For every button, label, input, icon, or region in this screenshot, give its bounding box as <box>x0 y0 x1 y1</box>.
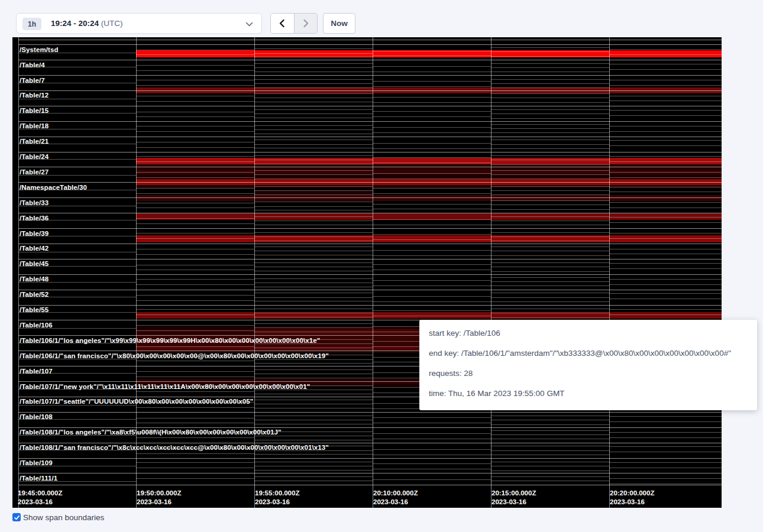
span-subdivision-line <box>373 157 491 158</box>
span-subdivision-line <box>373 455 491 455</box>
span-subdivision-line <box>609 222 722 223</box>
span-subdivision-line <box>373 97 491 98</box>
row-label: /Table/7 <box>20 77 45 84</box>
span-subdivision-line <box>136 50 254 50</box>
span-subdivision-line <box>136 161 254 162</box>
next-interval-button[interactable] <box>294 14 317 33</box>
span-subdivision-line <box>373 225 491 225</box>
span-subdivision-line <box>491 246 609 247</box>
span-subdivision-line <box>136 462 254 463</box>
tooltip-requests: requests: 28 <box>429 363 748 383</box>
tooltip-end-key: end key: /Table/106/1/"amsterdam"/"\xb33… <box>429 343 748 363</box>
span-subdivision-line <box>136 295 254 296</box>
range-text: 19:24 - 20:24 (UTC) <box>51 14 123 33</box>
span-subdivision-line <box>491 471 609 471</box>
span-subdivision-line <box>254 440 373 440</box>
span-subdivision-line <box>491 439 609 439</box>
row-label: /Table/55 <box>20 306 49 313</box>
span-subdivision-line <box>491 190 609 191</box>
span-subdivision-line <box>609 238 722 239</box>
row-label: /Table/45 <box>20 260 49 267</box>
key-visualizer-heatmap[interactable]: /System/tsd/Table/4/Table/7/Table/12/Tab… <box>12 37 722 508</box>
span-subdivision-line <box>491 317 609 318</box>
span-subdivision-line <box>254 359 373 360</box>
span-subdivision-line <box>254 400 373 400</box>
span-subdivision-line <box>136 418 254 419</box>
show-span-boundaries-checkbox[interactable]: Show span boundaries <box>12 512 104 523</box>
span-subdivision-line <box>254 194 373 195</box>
span-subdivision-line <box>254 369 373 370</box>
row-label: /Table/12 <box>20 92 49 99</box>
span-subdivision-line <box>491 236 609 237</box>
range-time: 19:24 - 20:24 <box>51 19 99 28</box>
span-subdivision-line <box>491 140 609 140</box>
x-axis-label: 20:15:00.000Z 2023-03-16 <box>492 489 536 507</box>
span-subdivision-line <box>609 69 722 70</box>
span-subdivision-line <box>254 476 373 477</box>
previous-interval-button[interactable] <box>271 14 294 33</box>
span-subdivision-line <box>373 286 491 286</box>
span-subdivision-line <box>373 219 491 220</box>
span-subdivision-line <box>254 470 373 471</box>
span-subdivision-line <box>373 280 491 281</box>
span-subdivision-line <box>491 174 609 175</box>
span-subdivision-line <box>254 113 373 114</box>
row-label: /Table/111/1 <box>20 475 57 482</box>
span-subdivision-line <box>491 466 609 466</box>
span-subdivision-line <box>254 129 373 130</box>
span-subdivision-line <box>254 348 373 348</box>
span-subdivision-line <box>373 132 491 133</box>
span-subdivision-line <box>491 281 609 282</box>
span-subdivision-line <box>254 118 373 118</box>
span-subdivision-line <box>491 481 609 481</box>
span-subdivision-line <box>136 407 254 408</box>
span-subdivision-line <box>136 346 254 347</box>
span-subdivision-line <box>254 420 373 420</box>
time-range-select[interactable]: 1h 19:24 - 20:24 (UTC) <box>16 13 262 34</box>
span-subdivision-line <box>136 172 254 173</box>
span-boundary-line <box>18 90 722 91</box>
span-subdivision-line <box>491 309 609 309</box>
row-label: /Table/108/1/"san francisco"/"\x8c\xcc\x… <box>20 444 329 451</box>
span-subdivision-line <box>373 188 491 189</box>
span-subdivision-line <box>373 264 491 265</box>
span-subdivision-line <box>254 148 373 148</box>
span-subdivision-line <box>491 98 609 98</box>
span-subdivision-line <box>136 314 254 315</box>
span-subdivision-line <box>136 371 254 372</box>
row-label: /Table/109 <box>20 459 53 466</box>
span-subdivision-line <box>254 190 373 191</box>
row-label: /Table/107 <box>20 368 53 375</box>
span-subdivision-line <box>491 118 609 119</box>
row-label: /Table/39 <box>20 230 49 237</box>
time-bucket-line <box>491 37 492 508</box>
span-subdivision-line <box>373 469 491 469</box>
checkbox-label: Show span boundaries <box>23 513 104 522</box>
span-subdivision-line <box>136 85 254 86</box>
span-subdivision-line <box>254 481 373 481</box>
checkbox-checked-icon <box>12 513 21 521</box>
span-subdivision-line <box>254 267 373 267</box>
span-subdivision-line <box>136 478 254 479</box>
span-subdivision-line <box>254 374 373 374</box>
span-subdivision-line <box>136 101 254 102</box>
span-subdivision-line <box>373 148 491 149</box>
span-subdivision-line <box>373 72 491 72</box>
span-subdivision-line <box>254 262 373 263</box>
span-subdivision-line <box>254 236 373 237</box>
span-subdivision-line <box>609 299 722 299</box>
span-subdivision-line <box>609 54 722 55</box>
chevron-down-icon <box>245 22 253 27</box>
span-subdivision-line <box>254 466 373 466</box>
span-subdivision-line <box>373 479 491 480</box>
span-subdivision-line <box>254 278 373 279</box>
span-subdivision-line <box>609 161 722 162</box>
span-boundary-line <box>18 305 722 306</box>
span-subdivision-line <box>491 271 609 272</box>
span-subdivision-line <box>609 140 722 141</box>
now-button[interactable]: Now <box>323 13 355 34</box>
span-subdivision-line <box>609 110 722 111</box>
span-subdivision-line <box>491 194 609 195</box>
span-subdivision-line <box>491 434 609 435</box>
span-subdivision-line <box>254 246 373 247</box>
